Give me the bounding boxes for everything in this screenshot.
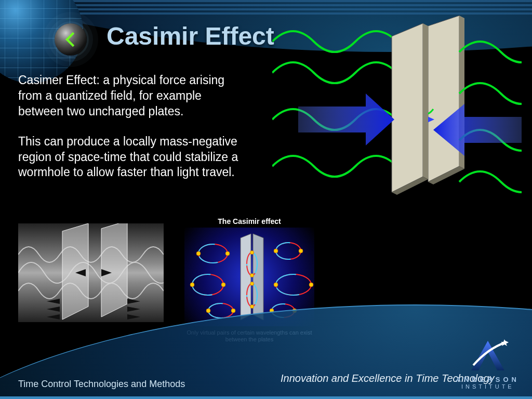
svg-marker-15 <box>47 314 60 320</box>
svg-point-52 <box>250 274 254 277</box>
paragraph-1: Casimer Effect: a physical force arising… <box>18 73 242 119</box>
casimir-plates-diagram <box>272 16 522 208</box>
svg-marker-18 <box>127 314 140 320</box>
svg-point-54 <box>250 305 254 309</box>
logo-mark-icon <box>467 338 509 375</box>
back-button[interactable] <box>55 23 87 56</box>
body-text: Casimer Effect: a physical force arising… <box>18 73 242 195</box>
svg-point-41 <box>274 249 278 253</box>
anderson-institute-logo: ANDERSON INSTITUTE <box>456 338 520 390</box>
svg-point-40 <box>225 251 230 256</box>
svg-point-51 <box>250 251 254 255</box>
svg-point-44 <box>221 283 225 287</box>
svg-marker-9 <box>298 94 394 145</box>
logo-text-2: INSTITUTE <box>456 383 520 390</box>
chevron-left-icon <box>62 31 79 48</box>
svg-point-53 <box>250 282 254 286</box>
svg-point-48 <box>231 309 235 313</box>
footer-left-text: Time Control Technologies and Methods <box>18 379 185 390</box>
svg-marker-16 <box>127 299 140 304</box>
logo-text-1: ANDERSON <box>456 376 520 383</box>
svg-point-39 <box>196 251 201 256</box>
page-title: Casimir Effect <box>107 22 274 50</box>
svg-marker-0 <box>428 16 459 182</box>
force-arrow-left-icon <box>298 94 394 145</box>
svg-marker-7 <box>423 23 428 179</box>
svg-marker-6 <box>392 23 423 192</box>
figure-caption-top: The Casimir effect <box>179 217 320 225</box>
svg-point-47 <box>206 309 210 313</box>
svg-point-45 <box>274 283 278 287</box>
svg-marker-12 <box>101 223 127 317</box>
svg-point-46 <box>309 283 313 287</box>
svg-marker-57 <box>501 339 508 346</box>
svg-marker-21 <box>241 234 251 320</box>
paragraph-2: This can produce a locally mass-negative… <box>18 134 242 181</box>
svg-marker-17 <box>127 307 140 312</box>
svg-point-43 <box>190 283 194 287</box>
svg-marker-22 <box>253 234 263 320</box>
svg-marker-14 <box>47 307 60 312</box>
wave-plates-grayscale-figure <box>18 223 164 322</box>
svg-point-42 <box>299 249 303 253</box>
svg-marker-13 <box>47 299 60 304</box>
